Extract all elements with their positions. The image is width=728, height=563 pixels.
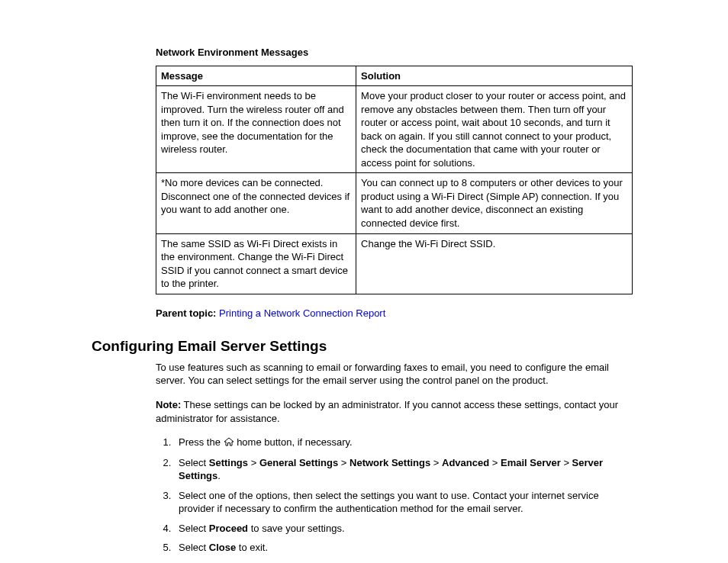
bold-term: Settings — [209, 457, 248, 468]
steps-list: Press the home button, if necessary. Sel… — [156, 436, 636, 563]
step-text: Select — [179, 457, 209, 468]
note-paragraph: Note: These settings can be locked by an… — [156, 398, 636, 425]
home-icon — [224, 436, 234, 450]
cell-solution: Change the Wi-Fi Direct SSID. — [356, 233, 633, 294]
list-item: Press the home button, if necessary. — [174, 436, 636, 450]
step-text: home button, if necessary. — [234, 436, 353, 448]
intro-paragraph: To use features such as scanning to emai… — [156, 361, 636, 388]
step-text: to exit. — [236, 542, 268, 553]
step-text: . — [217, 470, 221, 481]
bold-term: General Settings — [259, 457, 338, 468]
note-text: These settings can be locked by an admin… — [156, 399, 618, 424]
bold-term: Network Settings — [350, 457, 430, 468]
table-row: *No more devices can be connected. Disco… — [156, 173, 633, 233]
section-heading: Configuring Email Server Settings — [92, 336, 636, 356]
bold-term: Email Server — [501, 457, 561, 468]
list-item: Select one of the options, then select t… — [174, 489, 636, 516]
list-item: Select Settings > General Settings > Net… — [174, 456, 636, 483]
cell-message: The Wi-Fi environment needs to be improv… — [156, 86, 356, 173]
cell-message: *No more devices can be connected. Disco… — [156, 173, 356, 233]
bold-term: Proceed — [209, 523, 248, 534]
step-text: > — [430, 457, 442, 468]
step-text: Press the — [179, 436, 224, 448]
parent-topic-link[interactable]: Printing a Network Connection Report — [219, 307, 385, 319]
step-text: Select — [179, 542, 209, 553]
header-message: Message — [156, 66, 356, 86]
table-row: The same SSID as Wi-Fi Direct exists in … — [156, 233, 633, 294]
bold-term: Advanced — [442, 457, 489, 468]
step-text: > — [338, 457, 350, 468]
header-solution: Solution — [356, 66, 633, 86]
bold-term: Close — [209, 542, 236, 553]
list-item: Select Close to exit. — [174, 541, 636, 555]
parent-topic: Parent topic: Printing a Network Connect… — [156, 307, 636, 320]
step-text: > — [489, 457, 501, 468]
cell-message: The same SSID as Wi-Fi Direct exists in … — [156, 233, 356, 294]
list-item: Select Proceed to save your settings. — [174, 522, 636, 536]
cell-solution: Move your product closer to your router … — [356, 86, 633, 173]
network-messages-table: Message Solution The Wi-Fi environment n… — [156, 66, 633, 294]
step-text: > — [561, 457, 572, 468]
step-text: to save your settings. — [248, 523, 344, 534]
note-label: Note: — [156, 399, 181, 410]
page-content: Network Environment Messages Message Sol… — [92, 46, 636, 563]
table-header-row: Message Solution — [156, 66, 633, 86]
parent-topic-label: Parent topic: — [156, 307, 216, 319]
step-text: > — [248, 457, 259, 468]
cell-solution: You can connect up to 8 computers or oth… — [356, 173, 633, 233]
step-text: Select — [179, 523, 209, 534]
table-row: The Wi-Fi environment needs to be improv… — [156, 86, 633, 173]
table-title: Network Environment Messages — [156, 46, 636, 60]
